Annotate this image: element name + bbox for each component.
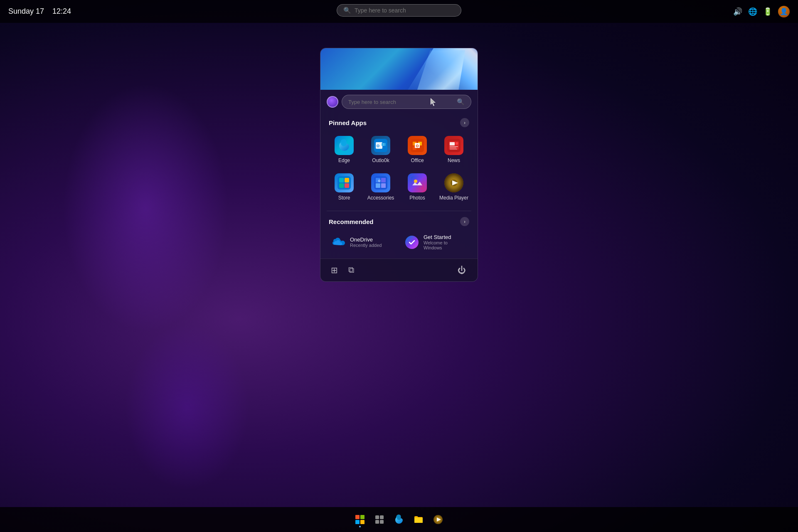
- svg-point-31: [414, 180, 417, 183]
- svg-rect-20: [339, 178, 344, 182]
- battery-icon[interactable]: 🔋: [763, 7, 772, 16]
- rec-onedrive[interactable]: OneDrive Recently added: [327, 231, 398, 254]
- app-edge[interactable]: Edge: [327, 132, 362, 167]
- svg-rect-36: [355, 515, 360, 519]
- svg-rect-41: [380, 515, 384, 519]
- svg-rect-44: [414, 518, 423, 523]
- network-icon[interactable]: 🌐: [748, 7, 757, 16]
- recommended-title: Recommended: [329, 218, 374, 225]
- bg-glow-1: [62, 83, 229, 332]
- outlook-icon: O: [371, 136, 390, 155]
- onedrive-rec-text: OneDrive Recently added: [350, 236, 382, 248]
- app-mediaplayer[interactable]: Media Player: [436, 169, 471, 205]
- start-menu-bottom-bar: ⊞ ⧉ ⏻: [320, 259, 478, 281]
- start-search-glass-icon: 🔍: [457, 98, 465, 106]
- news-label: News: [448, 158, 460, 163]
- pinned-apps-header: Pinned Apps ›: [320, 114, 478, 130]
- taskbar-taskview[interactable]: [371, 511, 388, 528]
- app-photos[interactable]: Photos: [400, 169, 435, 205]
- time-display: 12:24: [52, 7, 71, 16]
- bg-glow-2: [125, 324, 249, 490]
- recommended-header: Recommended ›: [320, 213, 478, 229]
- accessories-icon: ⚙: [371, 173, 390, 192]
- start-menu-search[interactable]: 🔍: [342, 95, 471, 109]
- top-taskbar: Sunday 17 12:24 🔍 🔊 🌐 🔋 👤: [0, 0, 798, 23]
- bottom-taskbar: [0, 507, 798, 532]
- onedrive-title: OneDrive: [350, 236, 382, 243]
- news-icon: [444, 136, 463, 155]
- svg-text:O: O: [377, 144, 379, 148]
- start-search-input[interactable]: [348, 99, 453, 105]
- photos-label: Photos: [409, 195, 425, 201]
- svg-text:O: O: [416, 144, 419, 148]
- office-label: Office: [411, 158, 424, 163]
- taskbar-file-explorer[interactable]: [410, 511, 427, 528]
- date-display: Sunday 17: [8, 7, 44, 16]
- recommended-list: OneDrive Recently added: [320, 229, 478, 259]
- start-active-dot: [359, 526, 361, 527]
- svg-text:⚙: ⚙: [378, 179, 381, 183]
- start-menu-header-image: [320, 48, 478, 90]
- power-button[interactable]: ⏻: [454, 264, 469, 277]
- svg-rect-38: [355, 520, 360, 524]
- taskbar-search-input[interactable]: [355, 7, 446, 14]
- svg-rect-39: [360, 520, 365, 524]
- user-avatar[interactable]: [327, 96, 338, 108]
- user-icon[interactable]: 👤: [778, 6, 790, 17]
- taskview-bottom-icon[interactable]: ⧉: [346, 263, 356, 277]
- svg-rect-15: [450, 146, 458, 147]
- store-label-text: Store: [338, 195, 350, 201]
- edge-label: Edge: [338, 158, 350, 163]
- svg-point-35: [405, 236, 419, 249]
- svg-rect-42: [375, 520, 379, 524]
- taskbar-start-button[interactable]: [351, 511, 369, 528]
- taskbar-search-bar[interactable]: 🔍: [337, 4, 461, 17]
- outlook-label: Outlo0k: [372, 158, 389, 163]
- getstarted-subtitle: Welcome to Windows: [424, 240, 467, 250]
- taskbar-edge[interactable]: [390, 511, 408, 528]
- svg-rect-30: [411, 176, 424, 190]
- volume-icon[interactable]: 🔊: [733, 7, 742, 16]
- accessories-label: Accessories: [367, 195, 394, 201]
- svg-rect-27: [376, 183, 380, 188]
- getstarted-title: Get Started: [424, 234, 467, 240]
- svg-rect-37: [360, 515, 365, 519]
- start-menu: 🔍 Pinned Apps › Edge: [320, 48, 478, 282]
- taskbar-media-player[interactable]: [429, 511, 447, 528]
- taskbar-search-icon: 🔍: [343, 7, 351, 14]
- svg-rect-21: [345, 178, 349, 182]
- mediaplayer-icon: [444, 173, 463, 192]
- svg-rect-28: [381, 183, 386, 188]
- app-office[interactable]: O Office: [400, 132, 435, 167]
- svg-rect-18: [456, 142, 458, 145]
- svg-rect-23: [345, 183, 349, 188]
- store-icon: [335, 173, 354, 192]
- app-news[interactable]: News: [436, 132, 471, 167]
- start-menu-bottom-icons: ⊞ ⧉: [329, 263, 356, 277]
- pinned-apps-more-arrow[interactable]: ›: [460, 118, 469, 127]
- app-outlook[interactable]: O Outlo0k: [363, 132, 398, 167]
- photos-icon: [408, 173, 427, 192]
- section-divider: [327, 211, 471, 211]
- pinned-apps-title: Pinned Apps: [329, 119, 367, 126]
- top-bar-datetime: Sunday 17 12:24: [8, 7, 71, 16]
- office-icon: O: [408, 136, 427, 155]
- pinned-apps-grid: Edge O Outlo0k: [320, 130, 478, 209]
- edge-icon: [335, 136, 354, 155]
- svg-rect-26: [381, 178, 386, 182]
- getstarted-rec-icon: [404, 235, 419, 250]
- rec-getstarted[interactable]: Get Started Welcome to Windows: [400, 231, 471, 254]
- svg-rect-43: [380, 520, 384, 524]
- svg-rect-22: [339, 183, 344, 188]
- all-apps-icon[interactable]: ⊞: [329, 263, 340, 277]
- svg-rect-40: [375, 515, 379, 519]
- onedrive-subtitle: Recently added: [350, 243, 382, 248]
- recommended-more-arrow[interactable]: ›: [460, 217, 469, 226]
- mediaplayer-label: Media Player: [439, 195, 468, 201]
- app-store[interactable]: Edge Store: [327, 169, 362, 205]
- svg-rect-14: [450, 142, 455, 145]
- app-accessories[interactable]: ⚙ Accessories: [363, 169, 398, 205]
- svg-rect-16: [450, 148, 456, 148]
- system-tray: 🔊 🌐 🔋 👤: [733, 6, 790, 17]
- onedrive-rec-icon: [331, 235, 346, 250]
